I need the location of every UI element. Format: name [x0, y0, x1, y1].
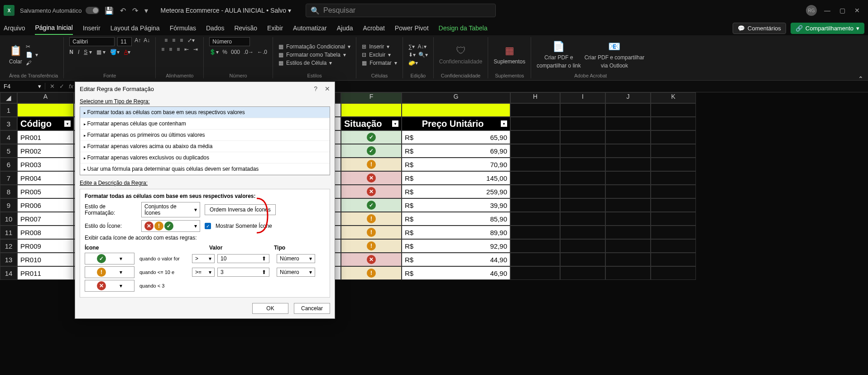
number-format-select[interactable] — [209, 37, 250, 46]
tab-power-pivot[interactable]: Power Pivot — [395, 22, 429, 34]
cell-price[interactable]: R$259,90 — [402, 185, 510, 198]
cell-status[interactable]: ✕ — [341, 185, 402, 198]
row-header[interactable]: 5 — [0, 144, 17, 158]
cell-price[interactable]: R$89,90 — [402, 226, 510, 239]
align-center-icon[interactable]: ≡ — [169, 46, 172, 53]
tab-layout[interactable]: Layout da Página — [110, 22, 160, 34]
document-title[interactable]: Meteora Ecommerce - AULA INICIAL • Salvo… — [161, 7, 291, 14]
close-icon[interactable]: ✕ — [854, 7, 860, 14]
rule-type-select[interactable]: Número▾ — [277, 254, 315, 263]
cell-status[interactable]: ! — [341, 158, 402, 171]
rule-icon-select[interactable]: ✕▾ — [85, 280, 134, 292]
tab-exibir[interactable]: Exibir — [267, 22, 283, 34]
font-size-select[interactable] — [117, 37, 132, 46]
row-header[interactable]: 8 — [0, 185, 17, 198]
cell-price[interactable]: R$44,90 — [402, 253, 510, 266]
cell-price[interactable]: R$65,90 — [402, 130, 510, 144]
tab-pagina-inicial[interactable]: Página Inicial — [35, 21, 72, 35]
font-color-button[interactable]: A▾ — [124, 49, 130, 55]
rule-value-input[interactable]: 10⬆ — [217, 254, 269, 263]
cell-status[interactable]: ! — [341, 266, 402, 280]
search-input[interactable]: 🔍 Pesquisar — [306, 4, 496, 17]
row-header[interactable]: 1 — [0, 103, 17, 117]
paste-button[interactable]: 📋Colar — [9, 45, 22, 65]
filter-icon[interactable]: ▾ — [392, 120, 398, 127]
row-header[interactable]: 7 — [0, 171, 17, 185]
cell-status[interactable]: ✓ — [341, 198, 402, 212]
insert-cells-button[interactable]: ⊞Inserir ▾ — [362, 43, 397, 50]
row-header[interactable]: 12 — [0, 239, 17, 253]
row-header[interactable]: 11 — [0, 226, 17, 239]
cell-code[interactable]: PR003 — [17, 158, 74, 171]
cell-code[interactable]: PR002 — [17, 144, 74, 158]
sort-filter-icon[interactable]: A↓▾ — [417, 43, 427, 50]
increase-font-icon[interactable]: A↑ — [134, 37, 141, 46]
underline-button[interactable]: S ▾ — [84, 49, 91, 55]
reverse-order-button[interactable]: Ordem Inversa de Ícones — [205, 204, 276, 215]
increase-decimal-icon[interactable]: .0→ — [244, 49, 254, 55]
percent-icon[interactable]: % — [222, 49, 227, 55]
indent-increase-icon[interactable]: ⇥ — [193, 46, 198, 53]
fx-icon[interactable]: fx — [69, 83, 73, 90]
cell-status[interactable]: ✕ — [341, 171, 402, 185]
share-button[interactable]: 🔗Compartilhamento ▾ — [791, 23, 864, 34]
row-header[interactable]: 4 — [0, 130, 17, 144]
fill-color-button[interactable]: 🪣▾ — [110, 49, 120, 55]
row-header[interactable]: 13 — [0, 253, 17, 266]
cell[interactable] — [510, 103, 560, 117]
col-header-k[interactable]: K — [651, 92, 696, 103]
decrease-decimal-icon[interactable]: ←.0 — [257, 49, 267, 55]
border-button[interactable]: ▦ ▾ — [96, 49, 106, 55]
cell-status[interactable]: ✕ — [341, 253, 402, 266]
icon-style-select[interactable]: ✕ ! ✓ ▾ — [141, 220, 200, 232]
copy-button[interactable]: 📄▾ — [26, 52, 38, 58]
align-top-icon[interactable]: ≡ — [164, 37, 168, 43]
cell-code[interactable]: PR010 — [17, 253, 74, 266]
cell-status[interactable]: ! — [341, 239, 402, 253]
cell-code[interactable]: PR007 — [17, 212, 74, 226]
filter-icon[interactable]: ▾ — [501, 120, 507, 127]
cell-code[interactable]: PR004 — [17, 171, 74, 185]
italic-button[interactable]: I — [78, 49, 79, 55]
cell-code[interactable]: PR008 — [17, 226, 74, 239]
fill-icon[interactable]: ⬇▾ — [408, 52, 416, 58]
decrease-font-icon[interactable]: A↓ — [144, 37, 150, 46]
table-header-situacao[interactable]: Situação▾ — [341, 117, 402, 130]
rule-op-select[interactable]: >=▾ — [192, 268, 215, 277]
select-all-corner[interactable]: ◢ — [0, 92, 17, 103]
rule-type-select[interactable]: Número▾ — [277, 268, 315, 277]
col-header-a[interactable]: A — [17, 92, 74, 103]
qat-dropdown-icon[interactable]: ▾ — [144, 6, 148, 15]
cell-price[interactable]: R$70,90 — [402, 158, 510, 171]
tab-revisao[interactable]: Revisão — [234, 22, 257, 34]
row-header[interactable]: 6 — [0, 158, 17, 171]
delete-cells-button[interactable]: ⊟Excluir ▾ — [362, 52, 397, 58]
col-header-h[interactable]: H — [510, 92, 560, 103]
conditional-format-button[interactable]: ▦Formatação Condicional ▾ — [278, 43, 350, 50]
cell-code[interactable]: PR011 — [17, 266, 74, 280]
currency-icon[interactable]: 💲▾ — [209, 49, 219, 55]
cell-price[interactable]: R$69,90 — [402, 144, 510, 158]
rule-type-item[interactable]: Usar uma fórmula para determinar quais c… — [80, 163, 330, 175]
cell[interactable] — [402, 103, 510, 117]
align-right-icon[interactable]: ≡ — [177, 46, 180, 53]
filter-icon[interactable]: ▾ — [64, 120, 71, 127]
cell-price[interactable]: R$46,90 — [402, 266, 510, 280]
row-header[interactable]: 3 — [0, 117, 17, 130]
addins-button[interactable]: ▦Suplementos — [494, 45, 525, 65]
col-header-j[interactable]: J — [605, 92, 651, 103]
cell-status[interactable]: ✓ — [341, 144, 402, 158]
tab-design-tabela[interactable]: Design da Tabela — [439, 22, 488, 34]
help-icon[interactable]: ? — [314, 85, 317, 92]
find-select-icon[interactable]: 🔍▾ — [418, 52, 428, 58]
cell-code[interactable]: PR006 — [17, 198, 74, 212]
tab-ajuda[interactable]: Ajuda — [337, 22, 353, 34]
tab-arquivo[interactable]: Arquivo — [4, 22, 25, 34]
rule-type-item[interactable]: Formatar apenas células que contenham — [80, 118, 330, 130]
collapse-ribbon-icon[interactable]: ⌃ — [858, 75, 863, 82]
range-picker-icon[interactable]: ⬆ — [262, 255, 266, 262]
cut-button[interactable]: ✂ — [26, 43, 38, 50]
cell-code[interactable]: PR009 — [17, 239, 74, 253]
orientation-icon[interactable]: ⤢▾ — [187, 37, 195, 43]
bold-button[interactable]: N — [69, 49, 73, 55]
